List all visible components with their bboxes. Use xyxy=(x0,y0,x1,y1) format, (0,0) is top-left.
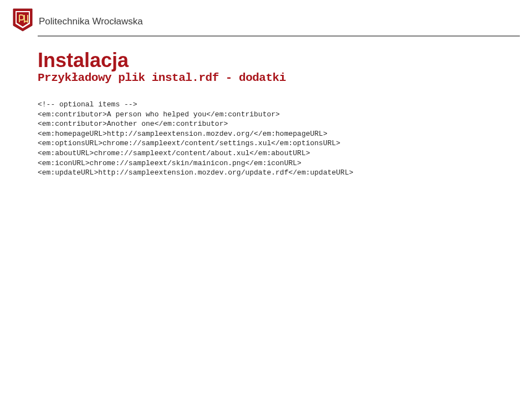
page-title: Instalacja xyxy=(38,50,532,71)
slide-content: Instalacja Przykładowy plik instal.rdf -… xyxy=(0,37,532,178)
slide-header: Politechnika Wrocławska xyxy=(0,0,532,32)
code-line: <em:optionsURL>chrome://sampleext/conten… xyxy=(38,139,340,147)
code-line: <em:aboutURL>chrome://sampleext/content/… xyxy=(38,149,310,157)
code-snippet: <!-- optional items --> <em:contributor>… xyxy=(38,100,532,177)
page-subtitle: Przykładowy plik instal.rdf - dodatki xyxy=(38,71,532,84)
code-line: <em:contributor>Another one</em:contribu… xyxy=(38,120,228,128)
code-line: <em:updateURL>http://sampleextension.moz… xyxy=(38,168,354,177)
institution-name: Politechnika Wrocławska xyxy=(39,16,143,27)
code-line: <em:homepageURL>http://sampleextension.m… xyxy=(38,130,328,138)
institution-logo-icon xyxy=(12,8,33,32)
code-line: <em:contributor>A person who helped you<… xyxy=(38,110,280,119)
code-line: <em:iconURL>chrome://sampleext/skin/main… xyxy=(38,159,301,167)
code-line: <!-- optional items --> xyxy=(38,100,137,109)
